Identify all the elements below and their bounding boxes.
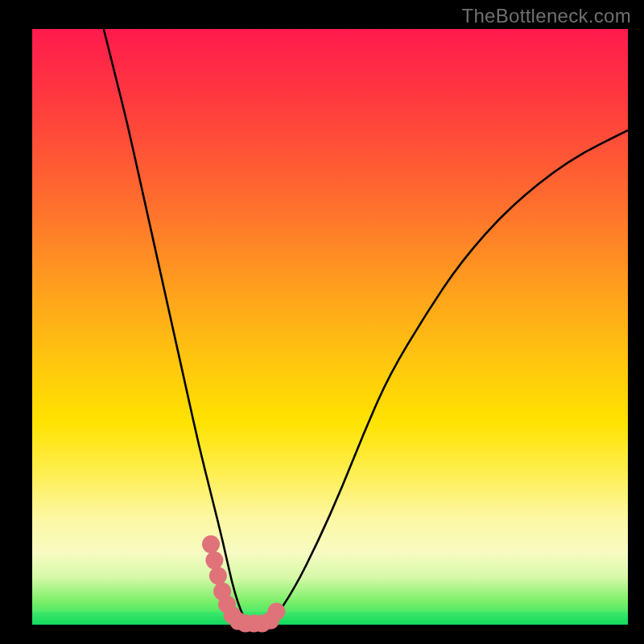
chart-frame: TheBottleneck.com	[0, 0, 644, 644]
chart-plot-area	[32, 29, 628, 625]
chart-svg	[32, 29, 628, 625]
accent-dot	[202, 535, 220, 553]
accent-dot	[209, 567, 227, 584]
accent-dot	[267, 603, 285, 621]
accent-dots-minimum	[202, 535, 285, 632]
watermark-text: TheBottleneck.com	[461, 5, 631, 27]
accent-dot	[205, 551, 223, 569]
bottleneck-curve	[104, 29, 628, 625]
